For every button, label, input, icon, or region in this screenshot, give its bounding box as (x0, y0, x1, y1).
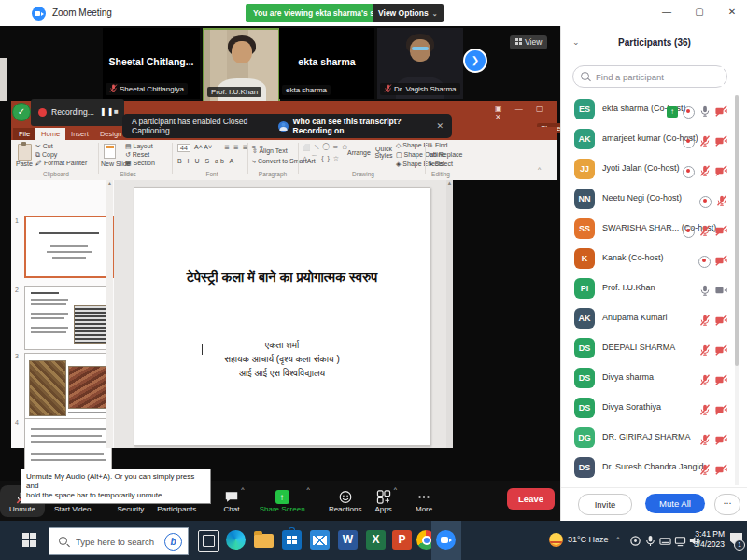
participant-row[interactable]: DSDivya Sorathiya (561, 394, 740, 424)
pause-recording-icon[interactable]: ❚❚ (100, 107, 114, 116)
participant-row[interactable]: AKamarjeet kumar (Co-host) (561, 125, 740, 155)
participant-row[interactable]: ESekta sharma (Co-host)↑ (561, 95, 740, 125)
keyboard-tray-icon[interactable] (659, 534, 671, 546)
taskbar-search-input[interactable] (74, 532, 163, 551)
quick-styles-button[interactable]: Quick Styles (374, 146, 394, 159)
video-off-icon[interactable] (715, 253, 727, 270)
select-button[interactable]: ▸ Select (430, 161, 453, 168)
chevron-up-icon[interactable]: ^ (241, 481, 244, 493)
apps-button[interactable]: Apps (374, 489, 391, 513)
video-off-icon[interactable] (715, 462, 727, 479)
start-button[interactable] (22, 533, 36, 547)
powerpoint-icon[interactable]: P (392, 530, 412, 550)
participant-row[interactable]: KKanak (Co-host) (561, 245, 740, 274)
slide-thumbnail-2[interactable] (24, 286, 112, 350)
toast-close-icon[interactable]: ✕ (436, 121, 444, 131)
file-explorer-icon[interactable] (254, 534, 274, 548)
font-size-box[interactable]: 44 (177, 144, 190, 152)
video-off-icon[interactable] (715, 372, 727, 389)
cut-button[interactable]: ✂ Cut (35, 143, 53, 150)
section-button[interactable]: ▦ Section (125, 160, 155, 167)
font-format-buttons[interactable]: B I U S ab A (177, 158, 235, 164)
tray-expand-icon[interactable]: ^ (616, 535, 620, 543)
video-off-icon[interactable] (715, 163, 727, 180)
video-off-icon[interactable] (715, 133, 727, 150)
chat-button[interactable]: Chat (223, 489, 239, 513)
reset-button[interactable]: ↺ Reset (125, 151, 149, 159)
layout-button[interactable]: ▤ Layout (125, 143, 153, 150)
leave-button[interactable]: Leave (507, 488, 555, 510)
shapes-gallery-row2[interactable]: △ ⌒ { } ☆ (303, 154, 340, 163)
ppt-tab-insert[interactable]: Insert (65, 128, 94, 140)
recording-indicator[interactable]: Recording... ❚❚ ■ (31, 99, 124, 126)
slide-scrollbar[interactable]: ▲ (446, 180, 453, 448)
muted-mic-icon[interactable] (699, 343, 711, 359)
participant-row[interactable]: JJJyoti Jalan (Co-host) (561, 155, 740, 185)
format-painter-button[interactable]: 🖉 Format Painter (35, 160, 87, 166)
video-off-icon[interactable] (715, 313, 727, 329)
muted-mic-icon[interactable] (699, 163, 711, 180)
taskbar-search[interactable]: b (49, 527, 189, 555)
minimize-button[interactable]: — (659, 7, 674, 17)
task-view-icon[interactable] (198, 530, 219, 552)
new-slide-icon[interactable] (104, 144, 116, 159)
participant-search[interactable] (572, 65, 727, 88)
participant-row[interactable]: NNNeetu Negi (Co-host) (561, 185, 740, 215)
video-off-icon[interactable] (715, 343, 727, 359)
participant-row[interactable]: AKAnupama Kumari (561, 304, 740, 334)
muted-mic-icon[interactable] (699, 223, 711, 240)
edge-icon[interactable] (226, 530, 246, 550)
view-options-button[interactable]: View Options⌄ (373, 4, 444, 22)
video-tile[interactable]: Dr. Vagish Sharma (377, 28, 463, 99)
slide-canvas[interactable]: टेपेस्ट्री कला में बाने का प्रयोगात्मक स… (134, 187, 430, 446)
video-tile[interactable]: Prof. I.U.Khan (203, 28, 280, 103)
video-off-icon[interactable] (715, 402, 727, 419)
video-tile[interactable]: ekta sharmaekta sharma (279, 28, 374, 99)
slide-thumbnail-1[interactable] (24, 216, 114, 278)
ppt-tab-home[interactable]: Home (35, 128, 65, 140)
taskbar-clock[interactable]: 3:41 PM 3/4/2023 (684, 529, 725, 550)
weather-text[interactable]: 31°C Haze (568, 535, 609, 544)
video-icon[interactable] (715, 283, 727, 300)
video-off-icon[interactable] (715, 104, 727, 120)
muted-mic-icon[interactable] (699, 313, 711, 329)
weather-icon[interactable] (549, 533, 563, 547)
mic-icon[interactable] (699, 283, 711, 300)
muted-mic-icon[interactable] (699, 402, 711, 419)
participant-row[interactable]: DSDEEPALI SHARMA (561, 334, 740, 364)
new-slide-button[interactable]: New Slide (101, 161, 121, 167)
update-tray-icon[interactable] (629, 534, 641, 546)
stop-recording-icon[interactable]: ■ (114, 107, 119, 116)
participant-row[interactable]: DSDr. Suresh Chandra Jangid (561, 454, 740, 483)
next-participants-arrow[interactable]: ❯ (463, 49, 487, 73)
ribbon-collapse-icon[interactable]: ^ (538, 166, 541, 173)
chevron-up-icon[interactable]: ^ (307, 481, 310, 493)
video-off-icon[interactable] (715, 432, 727, 449)
more-options-button[interactable]: ⋯ (714, 494, 740, 515)
copy-button[interactable]: ⧉ Copy (35, 151, 57, 159)
invite-button[interactable]: Invite (578, 494, 632, 515)
maximize-button[interactable]: ▢ (692, 7, 707, 17)
ppt-window-controls[interactable]: ▣ — ▢ ✕ (495, 105, 560, 121)
thumbnail-scrollbar[interactable]: ▲ (106, 180, 113, 448)
chevron-up-icon[interactable]: ^ (394, 481, 397, 493)
view-button[interactable]: View (510, 35, 547, 49)
search-input[interactable] (594, 67, 724, 86)
mute-all-button[interactable]: Mute All (645, 494, 705, 513)
reactions-button[interactable]: Reactions (329, 489, 362, 513)
arrange-button[interactable]: Arrange (347, 149, 371, 156)
word-icon[interactable]: W (338, 530, 358, 550)
muted-mic-icon[interactable] (699, 462, 711, 479)
video-off-icon[interactable] (715, 223, 727, 240)
paste-icon[interactable] (18, 144, 32, 161)
paste-button[interactable]: Paste (16, 161, 33, 167)
close-button[interactable]: ✕ (725, 7, 740, 17)
shape-fill-button[interactable]: ◇ Shape Fill (396, 142, 431, 149)
grow-shrink-font[interactable]: A˄ A˅ (194, 144, 212, 150)
zoom-taskbar-icon[interactable] (436, 530, 456, 550)
participants-scrollbar[interactable] (735, 95, 739, 485)
participant-row[interactable]: PIProf. I.U.Khan (561, 274, 740, 304)
ppt-tab-file[interactable]: File (13, 128, 35, 140)
align-text-button[interactable]: ⇳ Align Text (252, 147, 288, 155)
muted-mic-icon[interactable] (699, 432, 711, 449)
